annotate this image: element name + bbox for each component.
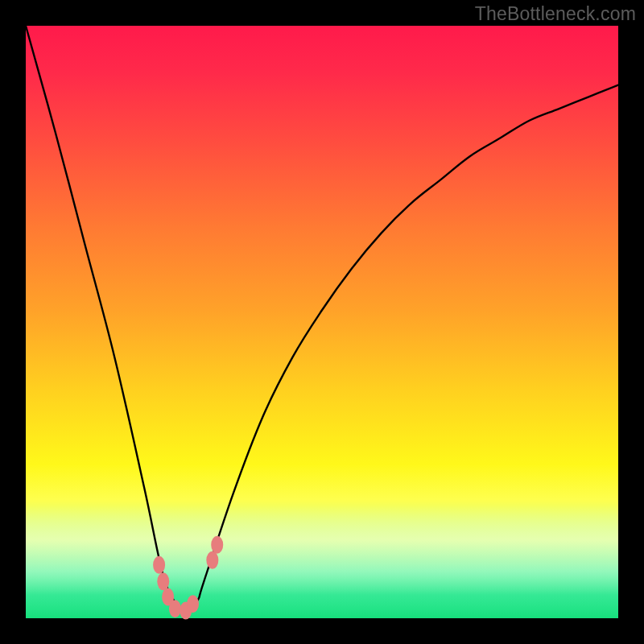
plot-area [26, 26, 618, 618]
curve-marker [169, 600, 181, 617]
curve-markers [153, 536, 223, 620]
curve-marker [206, 551, 218, 569]
chart-svg [26, 26, 618, 618]
chart-frame: TheBottleneck.com [0, 0, 644, 644]
curve-marker [187, 595, 199, 613]
curve-marker [211, 536, 223, 554]
curve-marker [157, 572, 169, 590]
watermark-text: TheBottleneck.com [475, 3, 636, 25]
curve-marker [153, 556, 165, 574]
bottleneck-curve [26, 26, 618, 613]
